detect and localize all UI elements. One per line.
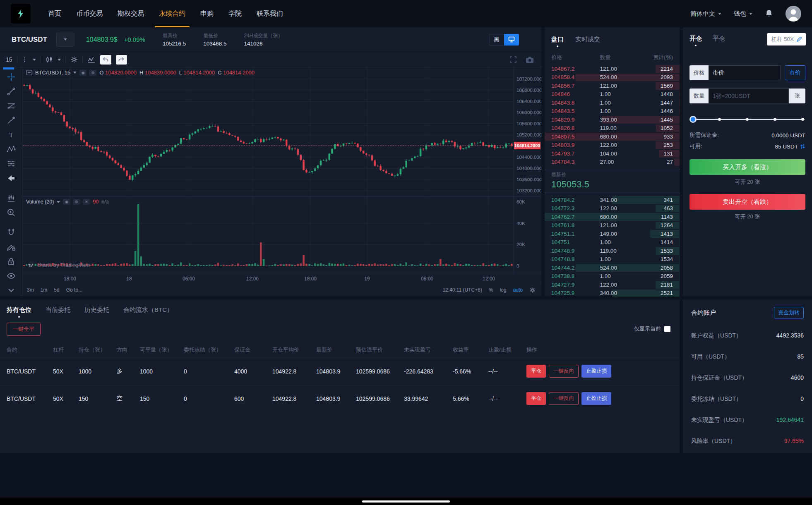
leverage-button[interactable]: 杠杆 50X <box>767 33 806 45</box>
bid-row[interactable]: 104761.8121.001264 <box>545 221 680 230</box>
volume-settings-icon[interactable]: ⚙ <box>73 199 80 205</box>
positions-tab-2[interactable]: 历史委托 <box>84 306 109 318</box>
range-button-3m[interactable]: 3m <box>27 287 34 293</box>
buy-long-button[interactable]: 买入开多（看涨） <box>689 159 805 175</box>
bar-pattern-icon[interactable] <box>6 194 17 203</box>
close-all-button[interactable]: 一键全平 <box>7 323 41 336</box>
camera-snapshot-icon[interactable] <box>526 56 534 63</box>
redo-button[interactable] <box>116 55 127 65</box>
goto-button[interactable]: Go to... <box>66 287 82 293</box>
language-selector[interactable]: 简体中文 <box>690 10 721 18</box>
bid-row[interactable]: 104744.2524.002058 <box>545 263 680 272</box>
tp-sl-button[interactable]: 止盈止损 <box>581 365 611 378</box>
bid-row[interactable]: 104772.3122.00463 <box>545 204 680 213</box>
notification-bell-icon[interactable] <box>765 9 773 18</box>
collapse-toolbar-chevron-icon[interactable] <box>6 286 17 295</box>
ask-row[interactable]: 104867.2121.002214 <box>545 65 680 73</box>
interval-menu-dots-icon[interactable]: ⋮ <box>22 56 28 63</box>
chevron-down-icon[interactable] <box>33 59 36 61</box>
tp-sl-button[interactable]: 止盈止损 <box>581 392 611 405</box>
bid-row[interactable]: 104751.1149.001413 <box>545 230 680 238</box>
tradingview-credit[interactable]: charts by TradingView <box>27 261 90 269</box>
candle-style-icon[interactable] <box>46 56 53 63</box>
ask-row[interactable]: 104829.9393.001445 <box>545 115 680 124</box>
bid-row[interactable]: 104727.9122.002181 <box>545 280 680 289</box>
bid-row[interactable]: 104748.81.001534 <box>545 255 680 264</box>
legend-visibility-icon[interactable]: ◉ <box>79 70 86 76</box>
market-price-button[interactable]: 市价 <box>785 65 805 80</box>
legend-symbol[interactable]: BTC/USDT, 15 <box>35 69 70 76</box>
bid-row[interactable]: 104748.9119.001533 <box>545 247 680 255</box>
drawing-lock-icon[interactable] <box>6 242 17 251</box>
dark-theme-button[interactable]: 黑 <box>489 34 504 45</box>
range-button-5d[interactable]: 5d <box>54 287 59 293</box>
orderbook-tab-0[interactable]: 盘口 <box>551 36 564 47</box>
transfer-swap-icon[interactable] <box>800 144 805 149</box>
nav-item-6[interactable]: 联系我们 <box>257 0 283 27</box>
positions-tab-0[interactable]: 持有仓位 <box>7 306 31 318</box>
positions-tab-3[interactable]: 合约流水（BTC） <box>123 306 173 318</box>
lock-icon[interactable] <box>6 257 17 266</box>
ask-row[interactable]: 104784.327.0027 <box>545 158 680 167</box>
ask-row[interactable]: 104858.4524.002093 <box>545 73 680 82</box>
log-scale-button[interactable]: log <box>500 287 507 293</box>
trend-line-icon[interactable] <box>6 87 17 96</box>
user-avatar[interactable] <box>786 6 801 22</box>
chevron-down-icon[interactable] <box>73 72 77 74</box>
nav-item-4[interactable]: 申购 <box>200 0 214 27</box>
ask-row[interactable]: 104843.51.001446 <box>545 107 680 116</box>
axis-settings-gear-icon[interactable] <box>529 287 536 293</box>
bid-row[interactable]: 104725.9340.002521 <box>545 289 680 298</box>
sell-short-button[interactable]: 卖出开空（看跌） <box>689 194 805 210</box>
fullscreen-icon[interactable] <box>509 55 517 64</box>
slider-handle[interactable] <box>689 116 697 123</box>
nav-item-1[interactable]: 币币交易 <box>76 0 103 27</box>
bid-row[interactable]: 104738.81.002059 <box>545 272 680 281</box>
time-axis[interactable]: 18:001806:0012:0018:001906:0012:00 <box>23 273 541 284</box>
indicators-icon[interactable] <box>87 56 96 63</box>
auto-scale-button[interactable]: auto <box>513 287 523 293</box>
ask-row[interactable]: 104807.5680.00933 <box>545 132 680 141</box>
chevron-down-icon[interactable] <box>58 59 61 61</box>
orderbook-tab-1[interactable]: 实时成交 <box>575 36 600 47</box>
amount-slider[interactable] <box>690 116 805 122</box>
ask-row[interactable]: 104793.7104.00131 <box>545 149 680 158</box>
arrow-left-icon[interactable] <box>6 174 17 183</box>
screen-mode-button[interactable] <box>504 34 519 45</box>
pair-dropdown[interactable] <box>56 33 74 47</box>
percent-scale-button[interactable]: % <box>489 287 493 293</box>
fib-retracement-icon[interactable] <box>6 101 17 110</box>
undo-button[interactable] <box>100 55 111 65</box>
wallet-menu[interactable]: 钱包 <box>734 10 752 18</box>
transfer-funds-button[interactable]: 资金划转 <box>774 307 804 318</box>
nav-item-0[interactable]: 首页 <box>48 0 61 27</box>
bid-row[interactable]: 104762.7680.001143 <box>545 213 680 221</box>
range-button-1m[interactable]: 1m <box>41 287 48 293</box>
close-position-button[interactable]: 平仓 <box>526 365 546 378</box>
interval-button[interactable]: 15 <box>6 56 12 63</box>
trade-tab-1[interactable]: 平仓 <box>713 35 725 46</box>
reverse-position-button[interactable]: 一键反向 <box>549 392 579 405</box>
nav-item-2[interactable]: 期权交易 <box>118 0 144 27</box>
only-current-checkbox[interactable] <box>664 326 670 332</box>
crosshair-icon[interactable] <box>6 72 17 81</box>
chevron-down-icon[interactable] <box>57 201 60 203</box>
bid-row[interactable]: 104784.2341.00341 <box>545 196 680 204</box>
ask-row[interactable]: 1048461.001448 <box>545 90 680 99</box>
magnet-icon[interactable] <box>6 228 17 237</box>
brand-logo[interactable] <box>11 4 31 24</box>
ask-row[interactable]: 104803.9122.00253 <box>545 141 680 150</box>
ask-row[interactable]: 104843.81.001447 <box>545 98 680 107</box>
price-input[interactable] <box>709 65 781 80</box>
eye-icon[interactable] <box>6 271 17 280</box>
amount-input[interactable] <box>709 89 789 103</box>
chart-settings-gear-icon[interactable] <box>70 56 78 63</box>
volume-visibility-icon[interactable]: ◉ <box>63 199 70 205</box>
ask-row[interactable]: 104826.8119.001052 <box>545 124 680 133</box>
legend-settings-icon[interactable]: ⚙ <box>89 70 96 76</box>
zoom-in-icon[interactable] <box>6 208 17 217</box>
trade-tab-0[interactable]: 开仓 <box>689 35 702 46</box>
volume-remove-icon[interactable]: ✕ <box>83 199 90 205</box>
tree-menu-icon[interactable] <box>26 70 32 75</box>
brush-icon[interactable] <box>6 116 17 125</box>
